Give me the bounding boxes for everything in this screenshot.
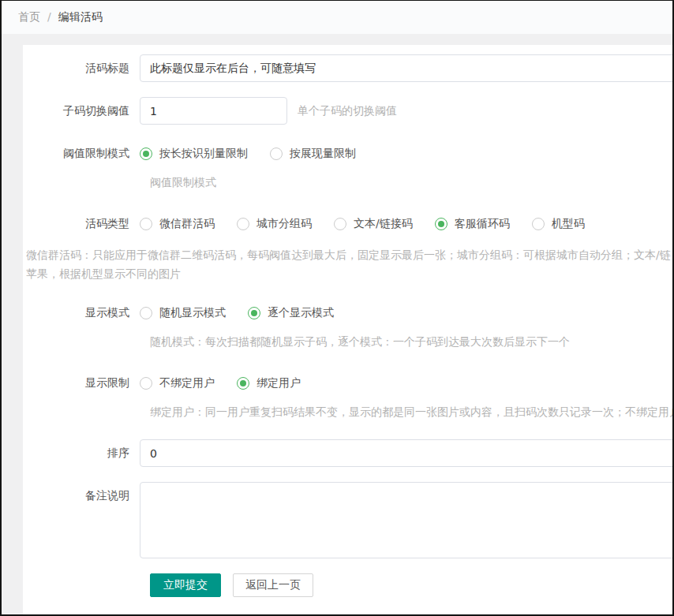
radio-service-loop-code[interactable]: 客服循环码	[435, 217, 510, 231]
breadcrumb-bar: 首页/编辑活码	[2, 1, 672, 34]
radio-checked-icon	[140, 147, 152, 160]
radio-text-link-code[interactable]: 文本/链接码	[334, 217, 413, 231]
code-type-hint: 微信群活码：只能应用于微信群二维码活码，每码阀值达到最大后，固定显示最后一张；城…	[23, 245, 674, 283]
radio-label: 城市分组码	[256, 217, 312, 231]
threshold-input[interactable]	[140, 97, 287, 125]
radio-unchecked-icon	[237, 218, 249, 230]
radio-label: 按展现量限制	[290, 147, 356, 161]
field-display-mode-row: 显示模式 随机显示模式 逐个显示模式	[23, 299, 674, 327]
code-type-radio-group: 微信群活码 城市分组码 文本/链接码 客服循环码 机型码	[140, 210, 607, 237]
radio-label: 机型码	[552, 217, 585, 231]
radio-label: 按长按识别量限制	[159, 147, 248, 161]
form-panel: 活码标题 子码切换阈值 单个子码的切换阈值 阈值限制模式 按长按识别量限制 按展…	[23, 45, 674, 615]
remark-label: 备注说明	[23, 482, 140, 510]
radio-label: 不绑定用户	[159, 376, 215, 390]
sort-input[interactable]	[140, 439, 674, 467]
form-actions: 立即提交 返回上一页	[150, 573, 674, 597]
display-mode-label: 显示模式	[23, 299, 140, 327]
radio-unchecked-icon	[140, 307, 152, 319]
title-label: 活码标题	[23, 54, 140, 82]
display-limit-hint: 绑定用户：同一用户重复扫码结果不变，显示的都是同一张图片或内容，且扫码次数只记录…	[150, 405, 674, 419]
app-window: 首页/编辑活码 活码标题 子码切换阈值 单个子码的切换阈值 阈值限制模式 按长按…	[0, 0, 674, 616]
code-type-hint-line1: 微信群活码：只能应用于微信群二维码活码，每码阀值达到最大后，固定显示最后一张；城…	[26, 245, 674, 264]
threshold-label: 子码切换阈值	[23, 97, 140, 125]
radio-dot-icon	[240, 380, 246, 386]
radio-wechat-group-code[interactable]: 微信群活码	[140, 217, 215, 231]
radio-label: 文本/链接码	[354, 217, 413, 231]
remark-textarea[interactable]	[140, 482, 674, 558]
field-threshold-row: 子码切换阈值 单个子码的切换阈值	[23, 97, 674, 125]
breadcrumb-home[interactable]: 首页	[18, 10, 40, 23]
threshold-mode-radio-group: 按长按识别量限制 按展现量限制	[140, 140, 378, 167]
radio-unchecked-icon	[334, 218, 346, 230]
radio-dot-icon	[438, 221, 444, 227]
back-button[interactable]: 返回上一页	[233, 573, 313, 597]
display-mode-hint: 随机模式：每次扫描都随机显示子码，逐个模式：一个子码到达最大次数后显示下一个	[150, 334, 674, 349]
field-sort-row: 排序	[23, 439, 674, 467]
radio-limit-by-impression[interactable]: 按展现量限制	[270, 147, 356, 161]
threshold-mode-hint: 阀值限制模式	[150, 175, 674, 189]
threshold-mode-label: 阈值限制模式	[23, 140, 140, 167]
radio-device-model-code[interactable]: 机型码	[532, 217, 585, 231]
radio-unchecked-icon	[140, 377, 152, 390]
display-limit-label: 显示限制	[23, 369, 140, 397]
breadcrumb-current: 编辑活码	[58, 10, 103, 23]
radio-label: 逐个显示模式	[268, 306, 334, 320]
radio-city-group-code[interactable]: 城市分组码	[237, 217, 312, 231]
radio-unbind-user[interactable]: 不绑定用户	[140, 376, 215, 390]
radio-sequential-display[interactable]: 逐个显示模式	[248, 306, 334, 320]
radio-bind-user[interactable]: 绑定用户	[237, 376, 301, 390]
field-threshold-mode-row: 阈值限制模式 按长按识别量限制 按展现量限制	[23, 140, 674, 167]
field-title-row: 活码标题	[23, 54, 674, 82]
field-code-type-row: 活码类型 微信群活码 城市分组码 文本/链接码 客服循环码	[23, 210, 674, 237]
breadcrumb-separator: /	[47, 10, 51, 23]
radio-checked-icon	[248, 307, 260, 319]
threshold-hint: 单个子码的切换阈值	[298, 97, 397, 125]
radio-label: 绑定用户	[256, 376, 301, 390]
field-remark-row: 备注说明	[23, 482, 674, 558]
radio-dot-icon	[251, 310, 257, 316]
radio-unchecked-icon	[140, 218, 152, 230]
code-type-hint-line2: 苹果，根据机型显示不同的图片	[26, 264, 674, 283]
radio-checked-icon	[237, 377, 249, 390]
radio-random-display[interactable]: 随机显示模式	[140, 306, 226, 320]
title-input[interactable]	[140, 54, 674, 82]
radio-unchecked-icon	[270, 147, 283, 160]
radio-label: 微信群活码	[159, 217, 215, 231]
display-limit-radio-group: 不绑定用户 绑定用户	[140, 369, 323, 397]
radio-checked-icon	[435, 218, 447, 230]
radio-limit-by-longpress[interactable]: 按长按识别量限制	[140, 147, 248, 161]
radio-unchecked-icon	[532, 218, 545, 230]
radio-dot-icon	[143, 151, 149, 157]
radio-label: 客服循环码	[455, 217, 510, 231]
code-type-label: 活码类型	[23, 210, 140, 237]
submit-button[interactable]: 立即提交	[150, 573, 221, 597]
breadcrumb: 首页/编辑活码	[18, 10, 103, 24]
field-display-limit-row: 显示限制 不绑定用户 绑定用户	[23, 369, 674, 397]
display-mode-radio-group: 随机显示模式 逐个显示模式	[140, 299, 356, 327]
sort-label: 排序	[23, 439, 140, 467]
radio-label: 随机显示模式	[159, 306, 226, 320]
